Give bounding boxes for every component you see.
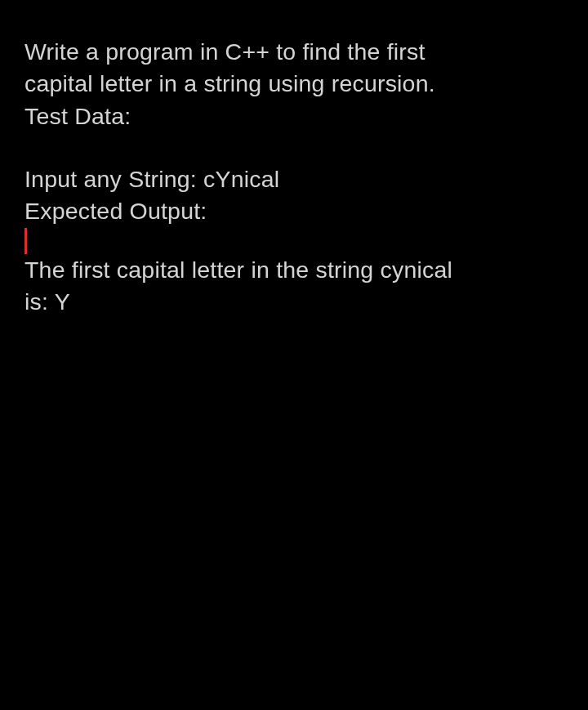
text-line: is: Y [24,286,564,318]
blank-line [24,132,564,163]
text-line: Write a program in C++ to find the first [24,36,564,68]
output-section: The first capital letter in the string c… [24,254,564,319]
text-cursor [24,228,27,254]
text-line: The first capital letter in the string c… [24,254,564,286]
cursor-line [24,228,564,254]
document-body: Write a program in C++ to find the first… [0,0,588,318]
text-line: capital letter in a string using recursi… [24,68,564,100]
text-line: Test Data: [24,100,564,132]
text-line: Expected Output: [24,195,564,227]
problem-statement: Write a program in C++ to find the first… [24,36,564,132]
input-section: Input any String: cYnical Expected Outpu… [24,163,564,228]
text-line: Input any String: cYnical [24,163,564,195]
